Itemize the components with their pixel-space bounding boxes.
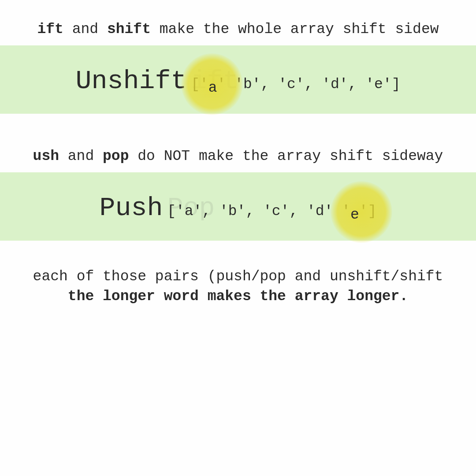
array-head-2: ['a', 'b', 'c', 'd' ': [167, 203, 350, 219]
text-tail-2: do NOT make the array shift sideway: [129, 148, 443, 164]
array-rest-1: ' 'b', 'c', 'd', 'e']: [217, 76, 401, 93]
array-push: ['a', 'b', 'c', 'd' 'e']: [167, 203, 376, 219]
array-close-2: ']: [359, 203, 377, 219]
array-unshift: ['a' 'b', 'c', 'd', 'e']: [191, 76, 400, 93]
title-text-push: Push: [100, 193, 163, 223]
moved-element-e: e: [350, 207, 359, 223]
panel-title-push: PushPop: [100, 193, 163, 223]
panel-push: PushPop ['a', 'b', 'c', 'd' 'e']: [0, 172, 476, 241]
text-and-1: and: [63, 21, 107, 37]
text-and-2: and: [59, 148, 103, 164]
footer-line-2: the longer word makes the array longer.: [13, 287, 463, 307]
bold-fragment-ush: ush: [33, 148, 59, 164]
bold-fragment-ift: ift: [37, 21, 63, 37]
moved-element-a: a: [208, 80, 217, 96]
text-tail-1: make the whole array shift sidew: [151, 21, 439, 37]
footer-text: each of those pairs (push/pop and unshif…: [0, 267, 476, 306]
bold-shift: shift: [107, 21, 151, 37]
array-open-1: [': [191, 76, 208, 93]
panel-title-unshift: Unshiftift: [76, 66, 187, 96]
sentence-push-pop: ush and pop do NOT make the array shift …: [0, 140, 476, 172]
footer-line-1: each of those pairs (push/pop and unshif…: [13, 267, 463, 287]
sentence-unshift-shift: ift and shift make the whole array shift…: [0, 13, 476, 45]
bold-pop: pop: [103, 148, 129, 164]
title-text-unshift: Unshift: [76, 66, 187, 96]
panel-unshift: Unshiftift ['a' 'b', 'c', 'd', 'e']: [0, 45, 476, 114]
